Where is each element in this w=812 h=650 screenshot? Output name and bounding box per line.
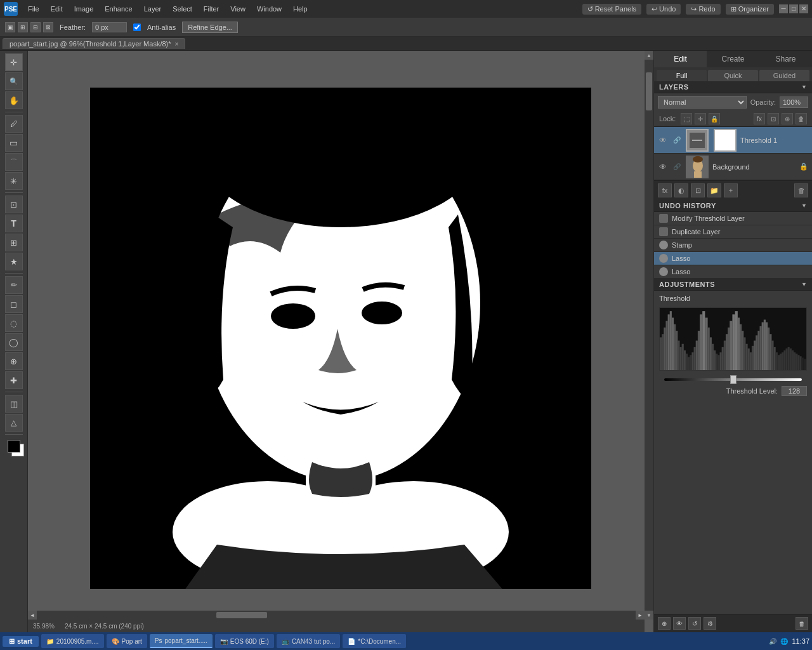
taskbar-item-docs[interactable]: 📄 *C:\Documen... [343, 634, 406, 648]
antiAlias-checkbox[interactable] [133, 23, 141, 31]
organizer-button[interactable]: ⊞ Organizer [726, 4, 774, 15]
taskbar-item-pse-active[interactable]: Ps popart_start..... [150, 634, 213, 648]
panel-eye-icon[interactable]: 👁 [673, 617, 686, 630]
delete-layer-button[interactable]: 🗑 [796, 113, 807, 124]
layer-row-threshold1[interactable]: 👁 🔗 Threshold 1 [654, 127, 812, 154]
hand-tool[interactable]: ✋ [5, 91, 23, 109]
vertical-scrollbar[interactable]: ▲ ▼ [645, 51, 653, 620]
history-item-lasso1[interactable]: Lasso [654, 252, 812, 265]
layer-link-background[interactable]: 🔗 [672, 162, 682, 172]
taskbar-item-explorer[interactable]: 📁 20100905.m.... [41, 634, 104, 648]
menu-help[interactable]: Help [288, 4, 313, 14]
new-selection-icon[interactable]: ▣ [5, 22, 15, 32]
tab-guided[interactable]: Guided [759, 70, 809, 81]
maximize-button[interactable]: □ [789, 4, 798, 13]
menu-enhance[interactable]: Enhance [100, 4, 137, 14]
menu-select[interactable]: Select [167, 4, 197, 14]
menu-image[interactable]: Image [69, 4, 99, 14]
blur-tool[interactable]: ◌ [5, 314, 23, 332]
taskbar-item-popart[interactable]: 🎨 Pop art [107, 634, 147, 648]
marquee-tool[interactable]: ▭ [5, 134, 23, 152]
transform-tool[interactable]: ⊞ [5, 234, 23, 251]
document-tab[interactable]: popart_start.jpg @ 96%(Threshold 1,Layer… [3, 38, 185, 49]
lock-pixels-button[interactable]: ⬚ [681, 113, 692, 124]
adjustments-expand-icon[interactable]: ▼ [801, 281, 807, 288]
tab-create[interactable]: Create [707, 51, 759, 67]
menu-layer[interactable]: Layer [139, 4, 167, 14]
start-button[interactable]: ⊞ start [3, 636, 39, 647]
scroll-down-arrow[interactable]: ▼ [645, 611, 653, 620]
feather-input[interactable] [92, 22, 127, 32]
taskbar-item-camera[interactable]: 📷 EOS 60D (E:) [215, 634, 274, 648]
eraser-tool[interactable]: ◻ [5, 295, 23, 313]
lasso-tool[interactable]: ⌒ [5, 153, 23, 171]
new-adjustment-layer-button[interactable]: ◐ [674, 183, 688, 197]
layers-expand-icon[interactable]: ▼ [801, 84, 807, 90]
paint-bucket-tool[interactable]: △ [5, 414, 23, 432]
layer-link-threshold1[interactable]: 🔗 [672, 135, 682, 145]
horizontal-scrollbar[interactable]: ◄ ► [28, 611, 645, 620]
panel-settings-icon[interactable]: ⚙ [704, 617, 716, 630]
close-button[interactable]: ✕ [799, 4, 808, 13]
menu-view[interactable]: View [225, 4, 251, 14]
zoom-tool[interactable]: 🔍 [5, 72, 23, 90]
menu-edit[interactable]: Edit [46, 4, 68, 14]
layer-visibility-threshold1[interactable]: 👁 [658, 135, 668, 145]
panel-expand-icon[interactable]: ⊕ [658, 617, 671, 630]
menu-file[interactable]: File [23, 4, 44, 14]
scroll-up-arrow[interactable]: ▲ [645, 51, 653, 60]
tab-share[interactable]: Share [759, 51, 812, 67]
tab-close-icon[interactable]: × [175, 41, 179, 48]
lock-all-button[interactable]: 🔒 [709, 113, 720, 124]
history-item-lasso2[interactable]: Lasso [654, 265, 812, 279]
intersect-selection-icon[interactable]: ⊠ [43, 22, 53, 32]
menu-filter[interactable]: Filter [199, 4, 224, 14]
new-layer-group-button[interactable]: 📁 [707, 183, 721, 197]
delete-layer-trash-button[interactable]: 🗑 [794, 183, 808, 197]
add-layer-mask-button[interactable]: ⊡ [691, 183, 705, 197]
threshold-value-input[interactable] [782, 386, 807, 396]
move-tool[interactable]: ✛ [5, 53, 23, 71]
undo-history-expand-icon[interactable]: ▼ [801, 202, 807, 209]
add-selection-icon[interactable]: ⊞ [18, 22, 28, 32]
threshold-slider-thumb[interactable] [730, 375, 737, 384]
shape-tool[interactable]: ★ [5, 253, 23, 270]
refine-edge-button[interactable]: Refine Edge... [182, 22, 238, 33]
history-item-stamp[interactable]: Stamp [654, 239, 812, 252]
undo-button[interactable]: ↩ Undo [646, 4, 681, 15]
clone-tool[interactable]: ⊕ [5, 352, 23, 370]
layer-mask-button[interactable]: ⊡ [768, 113, 779, 124]
scroll-left-arrow[interactable]: ◄ [28, 611, 37, 620]
layer-filter-button[interactable]: ⊛ [782, 113, 793, 124]
menu-window[interactable]: Window [252, 4, 287, 14]
history-item-modify-threshold[interactable]: Modify Threshold Layer [654, 212, 812, 225]
redo-button[interactable]: ↪ Redo [686, 4, 720, 15]
magic-wand-tool[interactable]: ✳ [5, 172, 23, 190]
minimize-button[interactable]: ─ [779, 4, 788, 13]
tab-edit[interactable]: Edit [654, 51, 707, 67]
create-new-layer-button[interactable]: + [724, 183, 738, 197]
history-item-duplicate-layer[interactable]: Duplicate Layer [654, 225, 812, 239]
layer-visibility-background[interactable]: 👁 [658, 162, 668, 172]
layer-styles-button[interactable]: fx [754, 113, 765, 124]
reset-panels-button[interactable]: ↺ Reset Panels [582, 4, 641, 15]
subtract-selection-icon[interactable]: ⊟ [30, 22, 41, 32]
crop-tool[interactable]: ⊡ [5, 196, 23, 213]
dodge-tool[interactable]: ◯ [5, 333, 23, 351]
eyedropper-tool[interactable]: 🖊 [5, 115, 23, 133]
tab-full[interactable]: Full [657, 70, 707, 81]
healing-tool[interactable]: ✚ [5, 371, 23, 389]
document-canvas[interactable] [90, 88, 591, 589]
scroll-right-arrow[interactable]: ► [636, 611, 645, 620]
panel-trash-icon[interactable]: 🗑 [796, 617, 808, 630]
foreground-color-swatch[interactable] [8, 440, 20, 453]
pencil-tool[interactable]: ✏ [5, 276, 23, 294]
scroll-thumb-h[interactable] [216, 612, 267, 618]
taskbar-item-can43[interactable]: 📺 CAN43 tut po... [277, 634, 340, 648]
new-layer-style-button[interactable]: fx [658, 183, 672, 197]
scroll-thumb-v[interactable] [646, 72, 652, 110]
panel-refresh-icon[interactable]: ↺ [688, 617, 701, 630]
tab-quick[interactable]: Quick [708, 70, 758, 81]
lock-position-button[interactable]: ✛ [695, 113, 706, 124]
type-tool[interactable]: T [5, 215, 23, 232]
